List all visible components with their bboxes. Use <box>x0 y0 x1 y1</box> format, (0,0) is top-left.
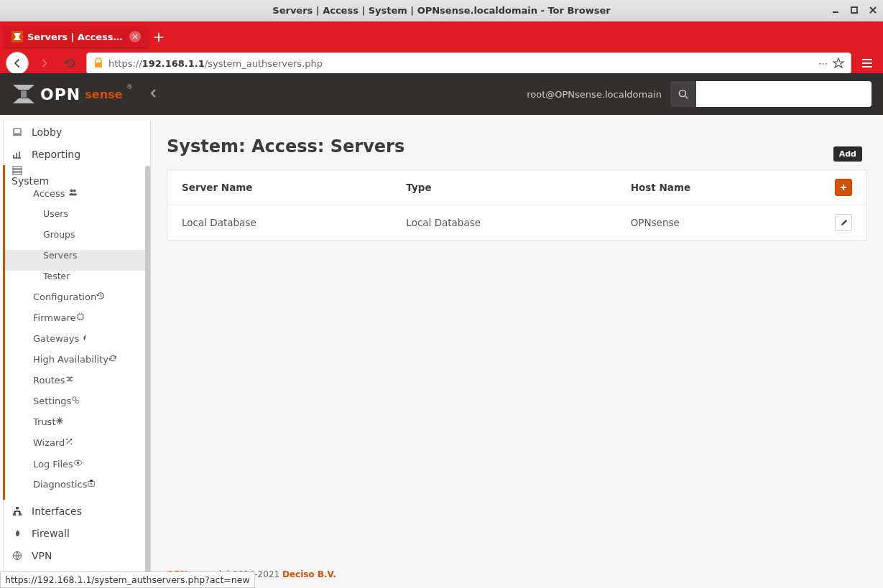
lock-icon <box>93 57 104 69</box>
nav-label: Gateways <box>33 333 79 344</box>
sidebar-item-routes[interactable]: Routes <box>3 375 150 396</box>
browser-menu-button[interactable] <box>857 53 877 73</box>
nav-label: Routes <box>33 375 65 386</box>
fire-icon <box>11 528 23 538</box>
tab-close-button[interactable]: × <box>129 31 141 42</box>
sidebar-item-servers[interactable]: Servers <box>3 250 150 271</box>
sidebar-scrollbar[interactable] <box>145 166 150 588</box>
col-type: Type <box>392 170 616 205</box>
browser-tab[interactable]: Servers | Access | Syste × <box>4 26 148 47</box>
window-title: Servers | Access | System | OPNsense.loc… <box>0 5 883 16</box>
browser-forward-button[interactable] <box>34 53 55 73</box>
nav-label: Firmware <box>33 312 76 323</box>
sidebar-item-interfaces[interactable]: Interfaces <box>3 500 150 522</box>
sidebar-item-firmware[interactable]: Firmware <box>3 312 150 333</box>
nav-label: Diagnostics <box>33 479 87 490</box>
svg-point-12 <box>73 397 76 401</box>
search-input[interactable] <box>696 81 872 107</box>
svg-rect-11 <box>78 314 83 319</box>
browser-tabstrip: Servers | Access | Syste × + <box>0 22 883 47</box>
sitemap-icon <box>11 506 23 516</box>
brand-mark-icon <box>11 83 36 105</box>
nav-label: System <box>11 175 49 187</box>
window-close-button[interactable] <box>867 4 879 16</box>
svg-point-4 <box>680 90 686 97</box>
main-content: System: Access: Servers Server Name Type… <box>151 121 883 588</box>
window-titlebar: Servers | Access | System | OPNsense.loc… <box>0 0 883 22</box>
svg-rect-6 <box>13 167 22 169</box>
sidebar-item-firewall[interactable]: Firewall <box>3 522 150 544</box>
nav-label: Settings <box>33 396 71 406</box>
sidebar-item-diagnostics[interactable]: Diagnostics <box>3 479 150 500</box>
eye-icon <box>73 459 83 470</box>
browser-back-button[interactable] <box>6 52 29 75</box>
sidebar-item-access[interactable]: Access <box>3 187 150 208</box>
sidebar-item-vpn[interactable]: VPN <box>3 544 150 566</box>
sidebar-item-configuration[interactable]: Configuration <box>3 291 150 312</box>
opnsense-favicon <box>11 31 23 42</box>
sidebar-item-system[interactable]: System <box>3 165 150 187</box>
sidebar-item-wizard[interactable]: Wizard <box>3 437 150 458</box>
svg-rect-7 <box>13 169 22 172</box>
svg-rect-17 <box>13 513 16 515</box>
col-host-name: Host Name <box>616 170 809 205</box>
sidebar-item-lobby[interactable]: Lobby <box>3 121 150 143</box>
sidebar-item-users[interactable]: Users <box>3 208 150 229</box>
sidebar-collapse-button[interactable] <box>149 88 157 101</box>
browser-reload-button[interactable] <box>60 53 80 73</box>
nav-label: Log Files <box>33 459 73 470</box>
svg-point-14 <box>77 462 79 464</box>
user-label[interactable]: root@OPNsense.localdomain <box>527 89 662 100</box>
chip-icon <box>76 313 85 323</box>
cell-type: Local Database <box>392 205 616 241</box>
sidebar-item-groups[interactable]: Groups <box>3 229 150 250</box>
bookmark-icon[interactable] <box>832 57 845 70</box>
svg-rect-2 <box>95 62 102 67</box>
svg-point-9 <box>70 190 73 192</box>
page-actions-icon[interactable]: ⋯ <box>818 58 828 69</box>
window-maximize-button[interactable] <box>849 4 860 16</box>
medkit-icon <box>87 480 96 490</box>
nav-label: VPN <box>32 550 52 561</box>
history-icon <box>96 292 105 302</box>
nav-label: Trust <box>33 416 55 427</box>
add-server-button[interactable] <box>835 179 852 196</box>
sidebar-item-tester[interactable]: Tester <box>3 271 150 291</box>
asterisk-icon <box>55 417 64 427</box>
svg-rect-8 <box>13 172 22 174</box>
sidebar-item-settings[interactable]: Settings <box>3 396 150 416</box>
edit-server-button[interactable] <box>835 214 852 231</box>
sidebar-item-reporting[interactable]: Reporting <box>3 143 150 165</box>
window-minimize-button[interactable] <box>830 4 841 16</box>
brand-logo[interactable]: OPNsense® <box>11 83 132 105</box>
search-icon <box>678 89 688 99</box>
nav-label: Users <box>43 208 68 219</box>
nav-label: Access <box>33 188 65 199</box>
cell-host-name: OPNsense <box>616 205 809 241</box>
nav-label: Interfaces <box>32 505 82 517</box>
sidebar-item-ha[interactable]: High Availability <box>3 354 150 375</box>
add-tooltip: Add <box>833 146 862 162</box>
sidebar-item-trust[interactable]: Trust <box>3 416 150 437</box>
sidebar-nav: Lobby Reporting System Access <box>3 121 150 566</box>
plus-icon <box>839 183 848 192</box>
svg-point-10 <box>73 190 76 192</box>
tab-label: Servers | Access | Syste <box>27 32 125 42</box>
url-text: https://192.168.1.1/system_authservers.p… <box>108 58 814 69</box>
sidebar-item-gateways[interactable]: Gateways <box>3 333 150 354</box>
svg-rect-16 <box>16 507 19 509</box>
sidebar-item-logfiles[interactable]: Log Files <box>3 458 150 479</box>
servers-panel: Server Name Type Host Name Add Local <box>167 169 867 241</box>
search-button[interactable] <box>670 81 696 107</box>
routes-icon <box>65 375 74 386</box>
users-icon <box>68 189 78 199</box>
new-tab-button[interactable]: + <box>148 26 170 47</box>
nav-label: Configuration <box>33 291 96 302</box>
footer-company-link[interactable]: Deciso B.V. <box>282 569 336 579</box>
globe-icon <box>11 551 23 561</box>
servers-table: Server Name Type Host Name Add Local <box>167 170 866 240</box>
refresh-icon <box>108 355 117 365</box>
cogs-icon <box>71 396 80 406</box>
browser-url-bar[interactable]: https://192.168.1.1/system_authservers.p… <box>86 52 851 74</box>
col-server-name: Server Name <box>167 170 392 205</box>
